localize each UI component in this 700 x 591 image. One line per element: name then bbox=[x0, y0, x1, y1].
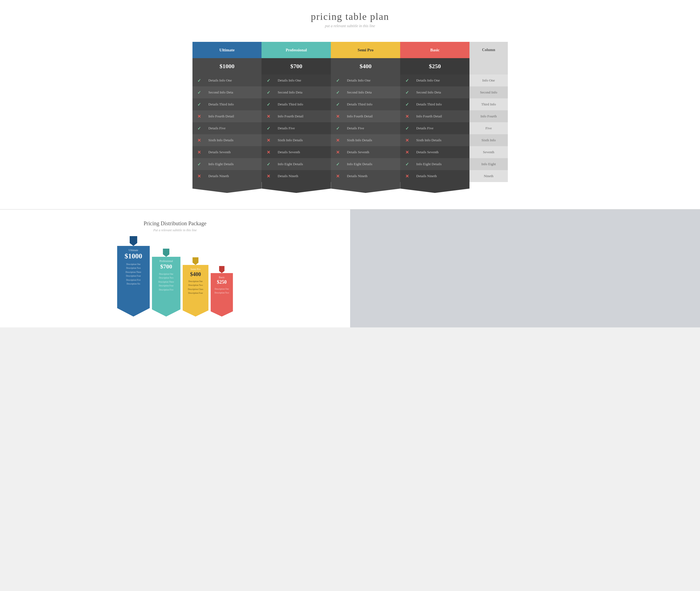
table-row: ✓Details Third Info✓Details Third Info✓D… bbox=[192, 98, 508, 110]
semipro-name-cell: Semi Pro bbox=[331, 42, 400, 58]
info-cell-plan0: Details Five bbox=[206, 122, 261, 134]
dist-desc-item: Description Two bbox=[183, 283, 208, 287]
info-cell-plan1: Second Info Deta bbox=[275, 86, 331, 98]
label-cell: Nineth bbox=[469, 170, 508, 182]
dist-flag-semipro bbox=[192, 257, 198, 265]
dist-flag-basic bbox=[219, 266, 225, 273]
arrow-cell-0 bbox=[192, 182, 262, 193]
arrow-cell-2 bbox=[331, 182, 400, 193]
dist-desc-item: Description One bbox=[117, 262, 150, 266]
dist-desc-item: Description Three bbox=[152, 280, 181, 284]
check-cell-plan2: ✕ bbox=[331, 110, 345, 122]
check-cell-plan0: ✕ bbox=[192, 110, 206, 122]
table-row: ✕Details Nineth✕Details Nineth✕Details N… bbox=[192, 170, 508, 182]
check-icon: ✓ bbox=[405, 78, 409, 83]
check-cell-plan2: ✓ bbox=[331, 158, 345, 170]
semipro-price-cell: $400 bbox=[331, 58, 400, 74]
check-icon: ✓ bbox=[405, 162, 409, 167]
ultimate-price-cell: $1000 bbox=[192, 58, 262, 74]
dist-desc-item: Description Two bbox=[152, 276, 181, 280]
label-cell: Sixth Info bbox=[469, 134, 508, 146]
check-icon: ✓ bbox=[197, 78, 201, 83]
check-icon: ✓ bbox=[267, 126, 270, 131]
cross-icon: ✕ bbox=[197, 138, 201, 143]
page-subtitle: put a relevant subtitle in this line bbox=[5, 24, 695, 28]
info-cell-plan2: Info Eight Details bbox=[345, 158, 400, 170]
pricing-table: Ultimate Professional Semi Pro Basic Col… bbox=[192, 42, 508, 193]
column-label-price bbox=[469, 58, 508, 74]
check-cell-plan2: ✓ bbox=[331, 86, 345, 98]
cross-icon: ✕ bbox=[197, 150, 201, 154]
info-cell-plan2: Sixth Info Details bbox=[345, 134, 400, 146]
cross-icon: ✕ bbox=[336, 174, 339, 179]
table-row: ✕Details Seventh✕Details Seventh✕Details… bbox=[192, 146, 508, 158]
check-cell-plan0: ✓ bbox=[192, 158, 206, 170]
check-cell-plan1: ✕ bbox=[261, 170, 275, 182]
cross-icon: ✕ bbox=[267, 174, 270, 179]
dist-desc-item: Description Four bbox=[183, 291, 208, 295]
check-cell-plan2: ✓ bbox=[331, 98, 345, 110]
dist-flag-professional bbox=[163, 249, 169, 257]
check-cell-plan1: ✕ bbox=[261, 110, 275, 122]
check-cell-plan1: ✓ bbox=[261, 122, 275, 134]
bottom-section: Pricing Distribution Package Put a relev… bbox=[0, 209, 700, 327]
professional-price-cell: $700 bbox=[261, 58, 331, 74]
info-cell-plan1: Details Third Info bbox=[275, 98, 331, 110]
check-icon: ✓ bbox=[267, 90, 270, 95]
info-cell-plan3: Details Third Info bbox=[414, 98, 469, 110]
check-cell-plan0: ✓ bbox=[192, 86, 206, 98]
dist-body-professional: Professional$700Description OneDescripti… bbox=[152, 257, 181, 317]
dist-plan-professional: Professional$700Description OneDescripti… bbox=[152, 249, 181, 317]
check-cell-plan0: ✕ bbox=[192, 170, 206, 182]
check-icon: ✓ bbox=[405, 126, 409, 131]
dist-plan-basic: Basic$250Description OneDescription Two bbox=[211, 266, 233, 317]
check-icon: ✓ bbox=[336, 162, 339, 167]
check-icon: ✓ bbox=[197, 162, 201, 167]
cross-icon: ✕ bbox=[267, 114, 270, 119]
info-cell-plan3: Info Fourth Detail bbox=[414, 110, 469, 122]
arrow-row bbox=[192, 182, 508, 193]
check-cell-plan1: ✓ bbox=[261, 86, 275, 98]
page-title: pricing table plan bbox=[5, 11, 695, 22]
cross-icon: ✕ bbox=[405, 150, 409, 154]
info-cell-plan3: Details Seventh bbox=[414, 146, 469, 158]
check-cell-plan1: ✓ bbox=[261, 98, 275, 110]
check-cell-plan1: ✕ bbox=[261, 146, 275, 158]
check-cell-plan2: ✕ bbox=[331, 134, 345, 146]
label-cell: Second Info bbox=[469, 86, 508, 98]
dist-plan-price-semipro: $400 bbox=[190, 271, 201, 277]
cross-icon: ✕ bbox=[336, 150, 339, 154]
check-icon: ✓ bbox=[405, 102, 409, 107]
cross-icon: ✕ bbox=[336, 114, 339, 119]
dist-plan-price-basic: $250 bbox=[217, 279, 227, 285]
label-cell: Seventh bbox=[469, 146, 508, 158]
ultimate-name-cell: Ultimate bbox=[192, 42, 262, 58]
check-cell-plan3: ✓ bbox=[400, 122, 414, 134]
cross-icon: ✕ bbox=[197, 114, 201, 119]
dist-plan-semipro: Semi Pro$400Description OneDescription T… bbox=[183, 257, 208, 317]
check-cell-plan0: ✕ bbox=[192, 146, 206, 158]
arrow-cell-4 bbox=[469, 182, 508, 193]
label-cell: Info Fourth bbox=[469, 110, 508, 122]
distribution-panel: Pricing Distribution Package Put a relev… bbox=[0, 209, 350, 327]
cross-icon: ✕ bbox=[336, 138, 339, 143]
pricing-table-wrapper: Ultimate Professional Semi Pro Basic Col… bbox=[187, 42, 513, 193]
header-row: Ultimate Professional Semi Pro Basic Col… bbox=[192, 42, 508, 58]
cross-icon: ✕ bbox=[267, 150, 270, 154]
dist-body-ultimate: Ultimate$1000Description OneDescription … bbox=[117, 246, 150, 317]
dist-title: Pricing Distribution Package bbox=[8, 220, 342, 226]
check-icon: ✓ bbox=[267, 102, 270, 107]
check-icon: ✓ bbox=[197, 90, 201, 95]
check-cell-plan0: ✓ bbox=[192, 98, 206, 110]
info-cell-plan2: Details Seventh bbox=[345, 146, 400, 158]
info-cell-plan2: Second Info Deta bbox=[345, 86, 400, 98]
top-section: pricing table plan put a relevant subtit… bbox=[0, 0, 700, 209]
check-cell-plan3: ✓ bbox=[400, 74, 414, 86]
info-cell-plan0: Second Info Deta bbox=[206, 86, 261, 98]
info-cell-plan0: Details Seventh bbox=[206, 146, 261, 158]
check-cell-plan3: ✓ bbox=[400, 98, 414, 110]
info-cell-plan2: Info Fourth Detail bbox=[345, 110, 400, 122]
table-row: ✓Details Five✓Details Five✓Details Five✓… bbox=[192, 122, 508, 134]
cross-icon: ✕ bbox=[405, 138, 409, 143]
dist-plan-name-ultimate: Ultimate bbox=[129, 249, 138, 252]
